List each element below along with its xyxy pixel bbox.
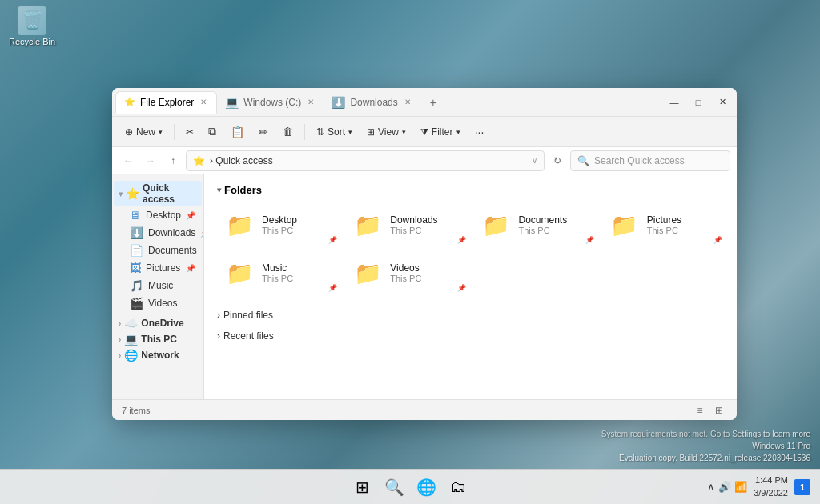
desktop-sidebar-icon: 🖥 [130, 209, 141, 222]
desktop-folder-details: Desktop This PC [262, 214, 297, 235]
explorer-taskbar-icon: 🗂 [450, 478, 466, 496]
documents-folder-icon: 📁 [482, 212, 510, 238]
sidebar-item-downloads[interactable]: ⬇️ Downloads 📌 [114, 224, 202, 242]
content-area: ▾ ⭐ Quick access 🖥 Desktop 📌 ⬇️ Download… [112, 174, 737, 399]
tab-file-explorer-label: File Explorer [140, 97, 194, 108]
pictures-folder-icon: 📁 [610, 212, 638, 238]
onedrive-cloud-icon: ☁️ [124, 317, 138, 330]
recent-files-chevron-icon: › [217, 330, 220, 342]
start-button[interactable]: ⊞ [348, 473, 376, 502]
desktop-folder-icon: 📁 [226, 212, 254, 238]
refresh-button[interactable]: ↻ [548, 151, 567, 170]
filter-button[interactable]: ⧩ Filter ▾ [414, 123, 467, 141]
downloads-folder-icon: 📁 [354, 212, 382, 238]
downloads-sidebar-icon: ⬇️ [130, 226, 143, 239]
paste-icon: 📋 [231, 126, 244, 138]
paste-button[interactable]: 📋 [224, 122, 251, 142]
tab-windows-c[interactable]: 💻 Windows (C:) ✕ [217, 91, 324, 114]
address-path-text: › Quick access [210, 155, 527, 166]
new-tab-button[interactable]: + [424, 93, 443, 112]
tab-close-downloads[interactable]: ✕ [403, 96, 412, 108]
copy-button[interactable]: ⧉ [202, 122, 223, 142]
taskbar-wifi-icon[interactable]: 📶 [734, 481, 747, 493]
pictures-folder-pin-icon: 📌 [713, 236, 722, 244]
grid-view-button[interactable]: ⊞ [711, 402, 727, 418]
view-button[interactable]: ⊞ View ▾ [360, 123, 412, 141]
sidebar-item-documents[interactable]: 📄 Documents 📌 [114, 242, 202, 259]
sidebar-item-desktop[interactable]: 🖥 Desktop 📌 [114, 206, 202, 224]
desktop-pin-icon: 📌 [186, 211, 195, 220]
notification-badge[interactable]: 1 [794, 479, 810, 495]
sidebar-item-pictures[interactable]: 🖼 Pictures 📌 [114, 259, 202, 277]
sidebar-item-onedrive[interactable]: › ☁️ OneDrive [114, 315, 202, 331]
status-bar: 7 items ≡ ⊞ [112, 399, 737, 420]
new-button[interactable]: ⊕ New ▾ [119, 123, 169, 141]
tab-downloads[interactable]: ⬇️ Downloads ✕ [324, 91, 420, 114]
videos-folder-name: Videos [390, 262, 421, 274]
this-pc-expand-icon: › [119, 335, 121, 344]
desktop-folder-name: Desktop [262, 214, 297, 226]
sidebar-item-this-pc[interactable]: › 💻 This PC [114, 331, 202, 347]
toolbar: ⊕ New ▾ ✂ ⧉ 📋 ✏ 🗑 ⇅ Sort ▾ ⊞ View ▾ [112, 117, 737, 147]
folder-documents[interactable]: 📁 Documents This PC 📌 [474, 204, 596, 246]
taskbar-volume-icon[interactable]: 🔊 [718, 481, 731, 493]
tab-file-explorer[interactable]: ⭐ File Explorer ✕ [115, 91, 217, 114]
address-chevron-icon: ∨ [532, 156, 537, 165]
taskbar-chevron-icon[interactable]: ∧ [707, 481, 715, 493]
taskbar: ⊞ 🔍 🌐 🗂 ∧ 🔊 📶 1:44 PM 3/9/2022 1 [0, 469, 820, 504]
taskbar-search-button[interactable]: 🔍 [380, 473, 408, 502]
music-sidebar-label: Music [148, 280, 173, 291]
toolbar-separator-2 [304, 124, 305, 140]
folder-desktop[interactable]: 📁 Desktop This PC 📌 [217, 204, 339, 246]
sidebar-item-quick-access[interactable]: ▾ ⭐ Quick access [114, 181, 202, 206]
forward-button[interactable]: → [141, 151, 160, 170]
pinned-files-chevron-icon: › [217, 310, 220, 321]
folder-pictures[interactable]: 📁 Pictures This PC 📌 [602, 204, 724, 246]
list-view-button[interactable]: ≡ [692, 402, 708, 418]
sidebar-item-music[interactable]: 🎵 Music [114, 277, 202, 294]
back-button[interactable]: ← [119, 151, 138, 170]
recycle-bin[interactable]: 🗑️ Recycle Bin [8, 6, 56, 46]
delete-button[interactable]: 🗑 [276, 122, 299, 141]
start-icon: ⊞ [356, 478, 369, 497]
pictures-folder-details: Pictures This PC [647, 214, 681, 235]
taskbar-edge-button[interactable]: 🌐 [412, 473, 440, 502]
folder-music[interactable]: 📁 Music This PC 📌 [217, 252, 339, 294]
address-input[interactable]: ⭐ › Quick access ∨ [186, 150, 545, 171]
copy-icon: ⧉ [208, 125, 216, 138]
music-sidebar-icon: 🎵 [130, 279, 143, 292]
more-options-button[interactable]: ··· [468, 121, 491, 143]
pinned-files-section[interactable]: › Pinned files [217, 306, 724, 324]
maximize-button[interactable]: □ [687, 91, 709, 114]
sort-icon: ⇅ [316, 126, 324, 138]
sidebar-item-network[interactable]: › 🌐 Network [114, 347, 202, 363]
up-button[interactable]: ↑ [163, 151, 183, 170]
recent-files-section[interactable]: › Recent files [217, 327, 724, 345]
pinned-files-label: Pinned files [223, 310, 273, 321]
rename-button[interactable]: ✏ [252, 122, 275, 142]
taskbar-datetime[interactable]: 1:44 PM 3/9/2022 [754, 474, 788, 499]
taskbar-explorer-button[interactable]: 🗂 [444, 473, 472, 502]
minimize-button[interactable]: — [663, 91, 685, 114]
new-icon: ⊕ [125, 126, 133, 138]
folder-downloads[interactable]: 📁 Downloads This PC 📌 [345, 204, 467, 246]
filter-chevron-icon: ▾ [456, 128, 460, 136]
tab-close-windows-c[interactable]: ✕ [306, 96, 316, 108]
sort-label: Sort [328, 126, 345, 138]
sidebar-item-videos[interactable]: 🎬 Videos [114, 294, 202, 312]
pictures-folder-name: Pictures [647, 214, 681, 226]
sort-button[interactable]: ⇅ Sort ▾ [310, 123, 359, 141]
search-box[interactable]: 🔍 Search Quick access [570, 150, 730, 171]
folders-section-header[interactable]: ▾ Folders [217, 184, 724, 196]
this-pc-label: This PC [141, 334, 177, 345]
folder-videos[interactable]: 📁 Videos This PC 📌 [345, 252, 467, 294]
downloads-folder-icon-container: 📁 [352, 209, 384, 241]
search-placeholder-text: Search Quick access [594, 155, 685, 166]
cut-button[interactable]: ✂ [179, 123, 200, 141]
recent-files-label: Recent files [223, 330, 274, 342]
tab-close-file-explorer[interactable]: ✕ [199, 96, 208, 108]
folders-grid: 📁 Desktop This PC 📌 📁 Downloads T [217, 204, 724, 294]
close-button[interactable]: ✕ [711, 91, 734, 114]
watermark-line2: Windows 11 Pro [601, 440, 810, 452]
documents-folder-details: Documents This PC [519, 214, 568, 235]
